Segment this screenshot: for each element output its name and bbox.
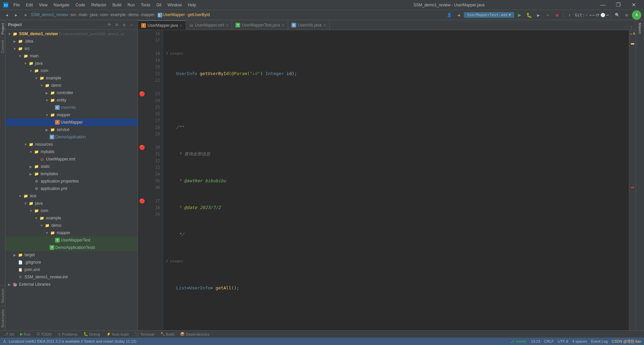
scroll-marker-2[interactable]: [631, 187, 634, 188]
bottom-tab-autobuild[interactable]: ⚡ Auto-build: [104, 331, 131, 338]
status-line-ending[interactable]: CRLF: [544, 339, 554, 343]
bottom-tab-git[interactable]: ⎇ Git: [1, 331, 17, 338]
tree-item-demoapplication[interactable]: ▶ C DemoApplication: [5, 133, 138, 141]
tree-item-static[interactable]: ▶ 📁 static: [5, 163, 138, 170]
menu-git[interactable]: Git: [154, 2, 164, 8]
project-minimize[interactable]: —: [128, 21, 135, 28]
tree-item-mapper[interactable]: ▼ 📁 mapper: [5, 111, 138, 119]
tree-item-usermappertest[interactable]: ▶ T UserMapperTest: [5, 236, 138, 244]
breadcrumb-method[interactable]: getUserById: [188, 12, 210, 17]
tab-userinfo-java[interactable]: C UserInfo.java ×: [288, 20, 330, 30]
tree-item-root[interactable]: ▼ 📁 SSM_demo1_review D:\Java\code\test_j…: [5, 30, 138, 38]
tree-item-demoapptests[interactable]: ▶ T DemoApplicationTests: [5, 244, 138, 251]
project-settings[interactable]: ⚙: [121, 21, 127, 28]
scroll-marker-1[interactable]: [631, 43, 634, 45]
tab-close-usermappertest-java[interactable]: ×: [282, 22, 284, 28]
tree-item-service[interactable]: ▶ 📁 service: [5, 126, 138, 133]
tab-close-userinfo-java[interactable]: ×: [323, 22, 326, 28]
tree-item-idea[interactable]: ▶ 📁 .idea: [5, 38, 138, 45]
avatar[interactable]: A: [632, 10, 641, 20]
menu-navigate[interactable]: Navigate: [51, 2, 72, 8]
tree-item-pom[interactable]: ▶ 📋 pom.xml: [5, 266, 138, 273]
more-run-button[interactable]: ⋯: [544, 11, 552, 19]
menu-build[interactable]: Build: [110, 2, 124, 8]
menu-tools[interactable]: Tools: [138, 2, 153, 8]
minimize-button[interactable]: —: [595, 0, 610, 10]
debug-button[interactable]: 🐛: [525, 11, 533, 19]
tree-item-gitignore[interactable]: ▶ 📄 .gitignore: [5, 259, 138, 266]
breadcrumb-mapper[interactable]: mapper: [141, 12, 155, 17]
menu-refactor[interactable]: Refactor: [89, 2, 109, 8]
git-branch-status[interactable]: ⎇ master: [510, 339, 527, 344]
bottom-tab-problems[interactable]: ⚠ Problems: [55, 331, 80, 338]
breadcrumb-demo[interactable]: demo: [128, 12, 139, 17]
structure-tab-left[interactable]: Structure: [0, 285, 5, 306]
tree-item-demo[interactable]: ▼ 📁 demo: [5, 82, 138, 89]
tree-item-example[interactable]: ▼ 📁 example: [5, 74, 138, 82]
nav-back-button[interactable]: ◀: [3, 11, 11, 19]
tree-item-java[interactable]: ▼ 📁 java: [5, 60, 138, 67]
stop-button[interactable]: ■: [553, 11, 561, 19]
breadcrumb-project[interactable]: SSM_demo1_review: [31, 12, 68, 17]
breadcrumb-src[interactable]: src: [71, 12, 76, 17]
menu-code[interactable]: Code: [73, 2, 88, 8]
run-configuration[interactable]: UserMapperTest.add ▼: [464, 12, 514, 18]
tab-usermapper-xml[interactable]: 🗂 UserMapper.xml ×: [186, 20, 232, 30]
maximize-button[interactable]: ❐: [610, 0, 626, 10]
coverage-button[interactable]: ▶: [534, 11, 542, 19]
tree-item-test-example[interactable]: ▼ 📁 example: [5, 214, 138, 222]
event-log[interactable]: Event Log: [591, 339, 608, 343]
tab-close-usermapper-java[interactable]: ×: [180, 23, 182, 28]
breadcrumb-com[interactable]: com: [100, 12, 108, 17]
menu-help[interactable]: Help: [185, 2, 199, 8]
status-charset[interactable]: UTF-8: [558, 339, 568, 343]
nav-forward-button[interactable]: ▶: [12, 11, 20, 19]
tree-item-com[interactable]: ▼ 📁 com: [5, 67, 138, 74]
menu-run[interactable]: Run: [125, 2, 138, 8]
bottom-tab-todo[interactable]: ☑ TODO: [34, 331, 54, 338]
project-collapse-all[interactable]: ⊟: [113, 21, 120, 28]
tree-item-src[interactable]: ▼ 📁 src: [5, 45, 138, 52]
tab-usermappertest-java[interactable]: T UserMapperTest.java ×: [232, 20, 288, 30]
tree-item-mybatis[interactable]: ▼ 📁 mybatis: [5, 148, 138, 155]
tree-item-iml[interactable]: ▶ ⚙ SSM_demo1_review.iml: [5, 273, 138, 281]
project-tab[interactable]: Project: [0, 20, 5, 37]
menu-view[interactable]: View: [36, 2, 50, 8]
project-tree[interactable]: ▼ 📁 SSM_demo1_review D:\Java\code\test_j…: [5, 29, 138, 330]
tree-item-extlibs[interactable]: ▶ 📚 External Libraries: [5, 281, 138, 288]
bottom-tab-terminal[interactable]: ⬛ Terminal: [132, 331, 157, 338]
warning-indicator[interactable]: ⚠ 4: [629, 31, 636, 37]
tree-item-controller[interactable]: ▶ 📁 controller: [5, 89, 138, 96]
project-sync-btn[interactable]: ⟳: [106, 21, 113, 28]
tab-close-usermapper-xml[interactable]: ×: [226, 22, 228, 28]
close-button[interactable]: ✕: [626, 0, 641, 10]
breadcrumb-example[interactable]: example: [110, 12, 125, 17]
search-button[interactable]: 🔍: [613, 11, 621, 19]
tree-item-usermapper[interactable]: ▶ I UserMapper: [5, 119, 138, 126]
bottom-tab-dependencies[interactable]: 📦 Dependencies: [177, 331, 212, 338]
breadcrumb-usermapper[interactable]: IUserMapper: [158, 12, 185, 17]
menu-edit[interactable]: Edit: [23, 2, 36, 8]
code-content[interactable]: 3 usages UserInfo getUserById(@Param("id…: [163, 30, 629, 330]
bottom-tab-run[interactable]: ▶ Run: [17, 331, 33, 338]
tree-item-main[interactable]: ▼ 📁 main: [5, 52, 138, 60]
tree-item-app-yml[interactable]: ▶ ⚙ application.yml: [5, 185, 138, 192]
bottom-tab-build[interactable]: 🔨 Build: [158, 331, 177, 338]
tree-item-usermapper-xml[interactable]: ▶ 🗂 UserMapper.xml: [5, 155, 138, 163]
nav-recent-button[interactable]: ⊕: [21, 11, 30, 19]
bottom-tab-debug[interactable]: 🐛 Debug: [81, 331, 103, 338]
nav-person-button[interactable]: 👤: [445, 11, 453, 19]
maven-tab[interactable]: Maven: [638, 20, 642, 37]
tree-item-test-java[interactable]: ▼ 📁 java: [5, 200, 138, 207]
tree-item-templates[interactable]: ▶ 📁 templates: [5, 170, 138, 178]
settings-button[interactable]: ⚙: [623, 11, 631, 19]
tree-item-entity[interactable]: ▼ 📁 entity: [5, 96, 138, 104]
tree-item-test-com[interactable]: ▼ 📁 com: [5, 207, 138, 214]
tree-item-test-mapper[interactable]: ▼ 📁 mapper: [5, 229, 138, 236]
tree-item-test[interactable]: ▼ 📁 test: [5, 192, 138, 200]
tree-item-app-props[interactable]: ▶ ⚙ application.properties: [5, 178, 138, 185]
run-button[interactable]: ▶: [516, 11, 524, 19]
tab-usermapper-java[interactable]: I UserMapper.java ×: [138, 20, 186, 30]
tree-item-userinfo[interactable]: ▶ C UserInfo: [5, 104, 138, 111]
status-indent[interactable]: 4 spaces: [572, 339, 587, 343]
